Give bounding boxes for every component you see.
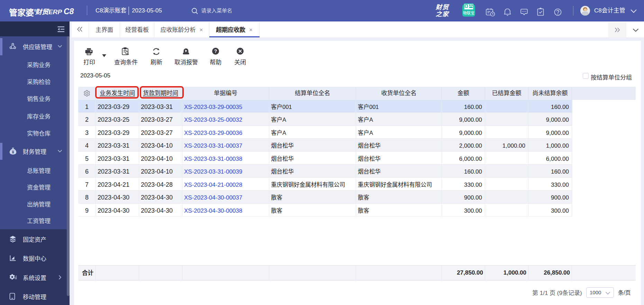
- svg-text:¥: ¥: [12, 150, 14, 155]
- svg-text:?: ?: [214, 48, 217, 54]
